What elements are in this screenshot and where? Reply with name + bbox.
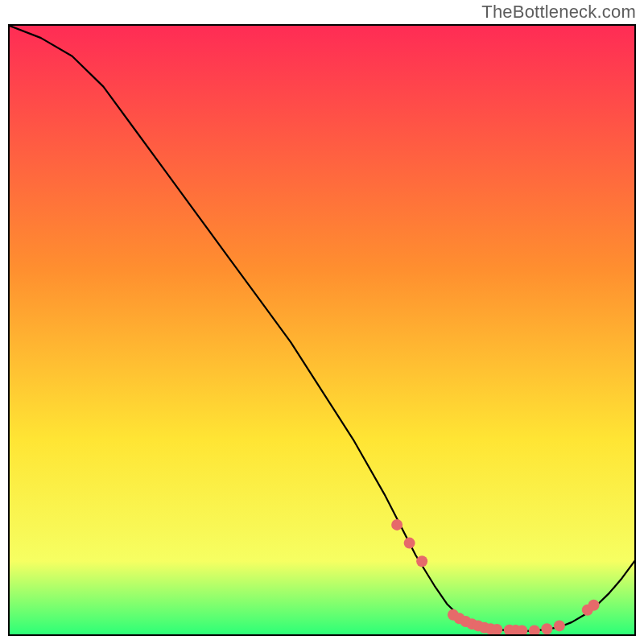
data-marker xyxy=(529,625,540,636)
data-marker xyxy=(541,623,552,634)
chart-stage: TheBottleneck.com xyxy=(0,0,644,644)
data-marker xyxy=(588,600,600,611)
chart-svg xyxy=(8,24,636,636)
data-marker xyxy=(554,620,565,631)
data-marker xyxy=(391,519,402,530)
data-marker xyxy=(404,538,415,549)
watermark-text: TheBottleneck.com xyxy=(481,2,636,23)
gradient-background xyxy=(10,26,634,634)
data-marker xyxy=(491,624,502,635)
data-marker xyxy=(416,555,427,567)
data-marker xyxy=(516,625,527,636)
